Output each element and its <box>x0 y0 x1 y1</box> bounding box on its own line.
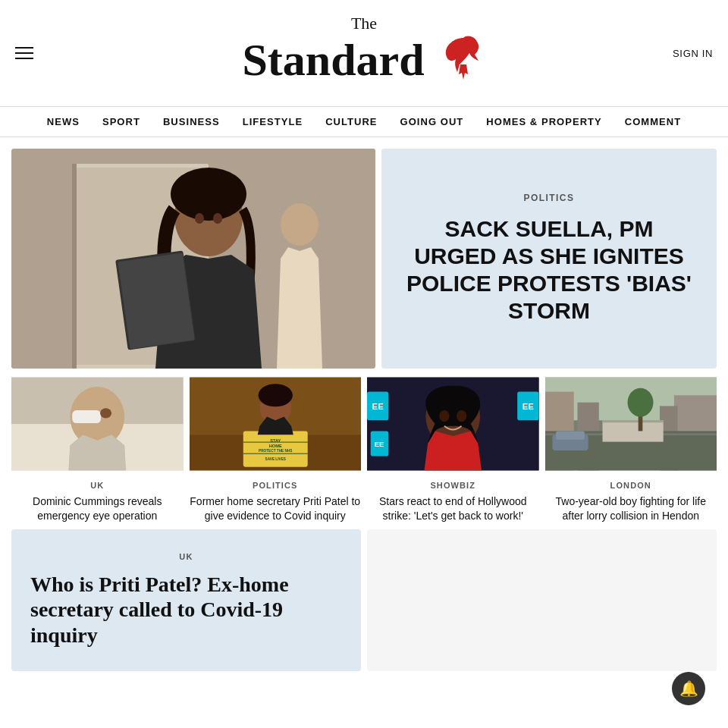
svg-text:EE: EE <box>522 402 535 411</box>
card-3-category: LONDON <box>545 481 717 490</box>
hero-image[interactable] <box>11 149 375 369</box>
hero-title: SACK SUELLA, PM URGED AS SHE IGNITES POL… <box>404 215 694 325</box>
svg-rect-20 <box>72 410 101 423</box>
notification-bell[interactable]: 🔔 <box>672 672 705 677</box>
card-2[interactable]: EE EE EE SHOWBIZ Stars react to end of H… <box>367 375 539 523</box>
svg-rect-58 <box>556 431 585 439</box>
main-nav: NEWSSPORTBUSINESSLIFESTYLECULTUREGOING O… <box>0 106 728 137</box>
card-1-category: POLITICS <box>190 481 362 490</box>
card-3-title: Two-year-old boy fighting for life after… <box>545 494 717 523</box>
svg-point-56 <box>627 388 653 417</box>
card-2-category: SHOWBIZ <box>367 481 539 490</box>
site-logo[interactable]: The Standard <box>242 14 485 99</box>
bottom-card-0-title: Who is Priti Patel? Ex-home secretary ca… <box>30 572 342 648</box>
svg-point-10 <box>281 203 318 246</box>
nav-item-homes[interactable]: HOMES & PROPERTY <box>486 116 601 127</box>
svg-rect-28 <box>243 442 307 443</box>
hero-section: POLITICS SACK SUELLA, PM URGED AS SHE IG… <box>0 149 728 369</box>
card-grid-section: UK Dominic Cummings reveals emergency ey… <box>0 375 728 523</box>
nav-item-lifestyle[interactable]: LIFESTYLE <box>243 116 303 127</box>
svg-rect-7 <box>118 253 194 349</box>
nav-item-business[interactable]: BUSINESS <box>163 116 220 127</box>
nav-item-culture[interactable]: CULTURE <box>325 116 377 127</box>
nav-item-news[interactable]: NEWS <box>47 116 80 127</box>
card-3[interactable]: LONDON Two-year-old boy fighting for lif… <box>545 375 717 523</box>
card-2-title: Stars react to end of Hollywood strike: … <box>367 494 539 523</box>
card-0-category: UK <box>11 481 184 490</box>
card-0[interactable]: UK Dominic Cummings reveals emergency ey… <box>11 375 184 523</box>
bottom-section: UK Who is Priti Patel? Ex-home secretary… <box>0 529 728 671</box>
card-0-image <box>11 375 184 473</box>
bottom-card-1[interactable] <box>367 529 717 671</box>
card-0-title: Dominic Cummings reveals emergency eye o… <box>11 494 184 523</box>
logo-standard-text: Standard <box>242 35 485 85</box>
card-3-image <box>545 375 717 473</box>
logo-bird-icon <box>441 30 486 99</box>
svg-point-44 <box>457 410 466 422</box>
svg-rect-30 <box>243 453 307 454</box>
svg-rect-53 <box>602 420 663 441</box>
nav-item-comment[interactable]: COMMENT <box>625 116 681 127</box>
svg-rect-3 <box>72 164 77 369</box>
header: The Standard SIGN IN <box>0 0 728 106</box>
svg-point-33 <box>258 384 292 406</box>
nav-item-sport[interactable]: SPORT <box>102 116 140 127</box>
svg-point-5 <box>171 168 246 221</box>
svg-point-21 <box>100 408 111 418</box>
hamburger-menu[interactable] <box>15 47 33 59</box>
svg-text:HOME: HOME <box>268 444 281 448</box>
svg-point-8 <box>195 213 204 224</box>
svg-text:EE: EE <box>375 440 384 448</box>
svg-point-9 <box>213 213 222 224</box>
svg-rect-54 <box>602 420 663 422</box>
card-1[interactable]: STAY HOME PROTECT THE NHS SAVE LIVES POL… <box>190 375 362 523</box>
svg-text:PROTECT THE NHS: PROTECT THE NHS <box>259 449 292 453</box>
bottom-card-0[interactable]: UK Who is Priti Patel? Ex-home secretary… <box>11 529 361 671</box>
card-2-image: EE EE EE <box>367 375 539 473</box>
sign-in-button[interactable]: SIGN IN <box>673 48 713 59</box>
svg-text:SAVE LIVES: SAVE LIVES <box>265 457 285 461</box>
nav-item-going-out[interactable]: GOING OUT <box>400 116 464 127</box>
bottom-card-0-category: UK <box>30 552 342 561</box>
card-1-image: STAY HOME PROTECT THE NHS SAVE LIVES <box>190 375 362 473</box>
svg-text:EE: EE <box>372 402 384 411</box>
hero-content[interactable]: POLITICS SACK SUELLA, PM URGED AS SHE IG… <box>381 149 717 369</box>
card-1-title: Former home secretary Priti Patel to giv… <box>190 494 362 523</box>
hero-category: POLITICS <box>524 193 575 203</box>
svg-point-43 <box>439 410 449 422</box>
